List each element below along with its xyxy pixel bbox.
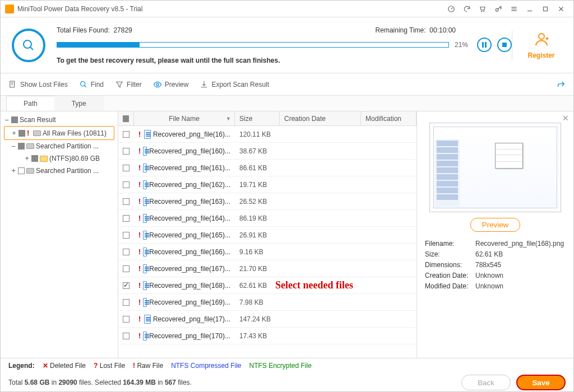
- legend-compressed: NTFS Compressed File: [171, 362, 241, 370]
- window-title: MiniTool Power Data Recovery v8.5 - Tria…: [17, 5, 443, 13]
- file-row[interactable]: !Recovered_png_file(164)...86.19 KB: [118, 210, 416, 227]
- file-icon: [143, 264, 147, 273]
- file-list: File Name▼ Size Creation Date Modificati…: [118, 111, 416, 358]
- menu-icon[interactable]: [508, 3, 520, 15]
- column-filename[interactable]: File Name▼: [134, 111, 235, 125]
- pause-button[interactable]: [477, 38, 492, 52]
- file-row[interactable]: !Recovered_png_file(163)...26.52 KB: [118, 193, 416, 210]
- column-creation-date[interactable]: Creation Date: [280, 111, 361, 125]
- tree-all-raw-files[interactable]: +!All Raw Files (10811): [4, 126, 114, 140]
- file-row[interactable]: !Recovered_png_file(169)...7.98 KB: [118, 294, 416, 311]
- file-name: Recovered_png_file(170)...: [149, 332, 230, 340]
- key-icon[interactable]: [493, 3, 504, 15]
- file-checkbox[interactable]: [123, 333, 129, 339]
- scan-hint: To get the best recovery result, please …: [57, 57, 512, 64]
- file-row[interactable]: !Recovered_png_file(166)...9.16 KB: [118, 244, 416, 260]
- column-modification[interactable]: Modification: [361, 111, 416, 125]
- refresh-icon[interactable]: [461, 3, 473, 15]
- register-section[interactable]: Register: [512, 31, 562, 59]
- file-row[interactable]: !Recovered_png_file(161)...86.61 KB: [118, 160, 416, 176]
- preview-open-button[interactable]: Preview: [470, 218, 520, 232]
- raw-file-icon: !: [138, 231, 141, 239]
- file-checkbox[interactable]: [123, 165, 129, 171]
- preview-thumbnail: [429, 123, 561, 212]
- file-checkbox[interactable]: [123, 249, 129, 255]
- file-checkbox[interactable]: [123, 232, 129, 239]
- raw-file-icon: !: [138, 281, 141, 290]
- user-plus-icon: [533, 31, 550, 48]
- show-lost-files-button[interactable]: Show Lost Files: [8, 80, 68, 89]
- tab-path[interactable]: Path: [6, 96, 55, 111]
- file-icon: [143, 180, 147, 189]
- file-checkbox[interactable]: [123, 131, 129, 138]
- file-checkbox[interactable]: [123, 148, 129, 155]
- meta-dimensions-key: Dimensions:: [425, 261, 475, 269]
- file-size: 21.70 KB: [235, 265, 280, 273]
- file-checkbox[interactable]: [123, 181, 129, 188]
- file-row[interactable]: !Recovered_png_file(160)...38.67 KB: [118, 143, 416, 160]
- svg-rect-8: [502, 43, 507, 47]
- file-checkbox[interactable]: [123, 316, 129, 323]
- tree-searched-partition-1[interactable]: −Searched Partition ...: [4, 140, 114, 152]
- legend-label: Legend:: [8, 362, 35, 370]
- raw-file-icon: !: [138, 298, 141, 306]
- column-size[interactable]: Size: [235, 111, 280, 125]
- status-text: Total 5.68 GB in 29090 files. Selected 1…: [8, 379, 456, 386]
- app-icon: [5, 4, 14, 13]
- file-checkbox[interactable]: [123, 215, 129, 222]
- tree-searched-partition-2[interactable]: +Searched Partition ...: [4, 165, 114, 177]
- svg-point-12: [156, 83, 159, 86]
- file-name: Recovered_png_file(166)...: [149, 248, 230, 256]
- svg-point-3: [496, 8, 498, 11]
- file-row[interactable]: !Recovered_png_file(162)...19.71 KB: [118, 176, 416, 193]
- legend: Legend: ✕ Deleted File ? Lost File ! Raw…: [1, 358, 573, 372]
- export-button[interactable]: Export Scan Result: [200, 80, 269, 89]
- file-row[interactable]: !Recovered_png_file(168)...62.61 KB: [118, 277, 416, 294]
- file-icon: [144, 130, 151, 139]
- speed-icon[interactable]: [446, 3, 457, 15]
- tree-root[interactable]: −Scan Result: [4, 114, 114, 126]
- file-checkbox[interactable]: [123, 198, 129, 205]
- file-row[interactable]: !Recovered_png_file(170)...17.43 KB: [118, 328, 416, 344]
- raw-file-icon: !: [138, 164, 141, 172]
- select-all-checkbox[interactable]: [118, 111, 134, 125]
- filter-button[interactable]: Filter: [115, 80, 142, 89]
- meta-size-value: 62.61 KB: [475, 250, 503, 258]
- stop-button[interactable]: [497, 38, 512, 52]
- cart-icon[interactable]: [477, 3, 488, 15]
- minimize-icon[interactable]: [524, 3, 535, 15]
- file-checkbox[interactable]: [123, 282, 129, 289]
- remaining-time-value: 00:10:00: [429, 26, 456, 34]
- close-icon[interactable]: [556, 3, 567, 15]
- find-button[interactable]: Find: [79, 80, 104, 89]
- svg-point-9: [539, 34, 544, 39]
- raw-file-icon: !: [138, 180, 141, 189]
- svg-rect-4: [544, 7, 548, 11]
- file-name: Recovered_png_file(164)...: [149, 214, 230, 222]
- file-checkbox[interactable]: [123, 299, 129, 306]
- share-icon[interactable]: [557, 80, 566, 89]
- remaining-time-label: Remaining Time:: [376, 26, 426, 34]
- preview-close-icon[interactable]: ✕: [562, 114, 569, 123]
- file-row[interactable]: !Recovered_png_file(17)...147.24 KB: [118, 311, 416, 328]
- file-row[interactable]: !Recovered_png_file(167)...21.70 KB: [118, 260, 416, 277]
- file-size: 38.67 KB: [235, 147, 280, 155]
- maximize-icon[interactable]: [540, 3, 551, 15]
- file-row[interactable]: !Recovered_png_file(165)...26.91 KB: [118, 227, 416, 244]
- tree-ntfs-volume[interactable]: +(NTFS)80.69 GB: [4, 152, 114, 165]
- total-files-label: Total Files Found:: [57, 26, 110, 34]
- preview-button[interactable]: Preview: [153, 80, 189, 89]
- save-button[interactable]: Save: [516, 375, 566, 390]
- back-button[interactable]: Back: [461, 375, 511, 390]
- file-size: 17.43 KB: [235, 332, 280, 340]
- file-size: 86.61 KB: [235, 164, 280, 172]
- legend-raw: ! Raw File: [133, 362, 163, 370]
- raw-file-icon: !: [138, 197, 141, 206]
- file-checkbox[interactable]: [123, 265, 129, 272]
- tab-type[interactable]: Type: [54, 96, 104, 111]
- file-name: Recovered_png_file(16)...: [153, 130, 230, 138]
- file-size: 62.61 KB: [235, 282, 280, 290]
- file-size: 147.24 KB: [235, 315, 280, 323]
- meta-size-key: Size:: [425, 250, 475, 258]
- file-row[interactable]: !Recovered_png_file(16)...120.11 KB: [118, 126, 416, 143]
